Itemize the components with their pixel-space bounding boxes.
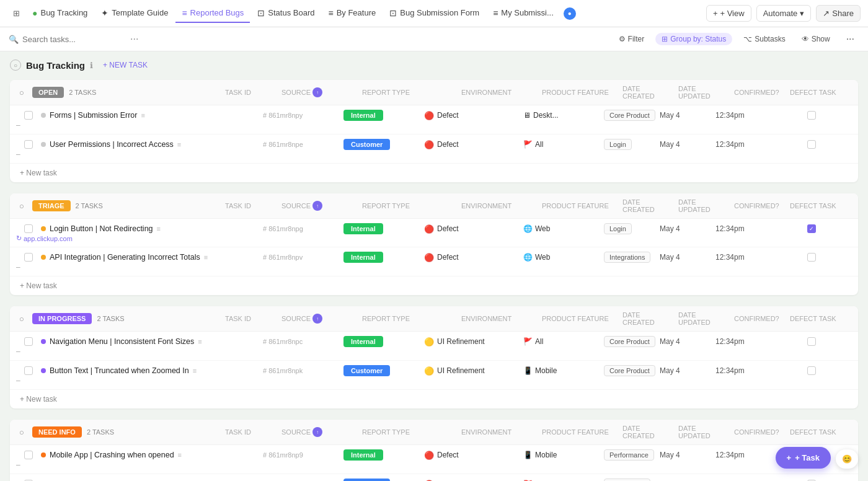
task-name-t4[interactable]: API Integration | Generating Incorrect T…: [41, 253, 263, 262]
confirmed-checkbox-t5[interactable]: [807, 337, 816, 346]
defect-icon-t4: 🔴: [424, 253, 434, 262]
tab-by-feature[interactable]: ≡ By Feature: [322, 4, 382, 23]
new-task-button[interactable]: + NEW TASK: [98, 59, 153, 71]
task-menu-icon-t4[interactable]: ≡: [204, 254, 208, 261]
tab-status-board[interactable]: ⊡ Status Board: [251, 4, 321, 23]
task-checkbox-t6[interactable]: [16, 366, 41, 375]
task-checkbox-t4[interactable]: [16, 253, 41, 262]
status-badge-triage: TRIAGE: [32, 200, 71, 211]
collapse-page-button[interactable]: ○: [10, 60, 21, 71]
tab-reported-bugs[interactable]: ≡ Reported Bugs: [175, 4, 250, 23]
task-checkbox-t3[interactable]: [16, 224, 41, 233]
confirmed-t1[interactable]: [771, 111, 852, 120]
group-open: ○ OPEN 2 TASKS TASK ID SOURCE ↑ REPORT T…: [10, 80, 858, 182]
more-options-button[interactable]: ···: [841, 31, 859, 47]
confirmed-checkbox-t3[interactable]: ✓: [807, 224, 816, 233]
task-name-t1[interactable]: Forms | Submission Error ≡: [41, 111, 263, 120]
tab-template-guide[interactable]: ✦ Template Guide: [95, 4, 174, 23]
source-t7[interactable]: Internal: [343, 451, 424, 459]
task-checkbox-t1[interactable]: [16, 111, 41, 120]
source-t4[interactable]: Internal: [343, 253, 424, 262]
new-task-inprogress[interactable]: + New task: [10, 390, 858, 408]
source-sort-icon: ↑: [312, 87, 322, 97]
report-type-t2: 🔴 Defect: [424, 140, 523, 149]
new-task-triage[interactable]: + New task: [10, 276, 858, 295]
task-name-t2[interactable]: User Permissions | Incorrect Access ≡: [41, 140, 263, 149]
task-menu-icon-t7[interactable]: ≡: [178, 451, 182, 459]
task-menu-icon-t5[interactable]: ≡: [198, 338, 202, 345]
task-checkbox-t5[interactable]: [16, 337, 41, 346]
confirmed-checkbox-t2[interactable]: [807, 140, 816, 149]
ip-col-created: DATE CREATED: [622, 311, 672, 326]
subtasks-button[interactable]: ⌥ Subtasks: [738, 32, 790, 46]
group-triage-collapse[interactable]: ○: [16, 200, 27, 211]
report-type-t3: 🔴 Defect: [424, 224, 523, 234]
task-menu-icon-t1[interactable]: ≡: [141, 112, 144, 119]
tab-bug-tracking[interactable]: ● Bug Tracking: [26, 4, 94, 23]
show-button[interactable]: 👁 Show: [797, 32, 835, 46]
defect-icon-t3: 🔴: [424, 224, 434, 234]
task-checkbox-t7[interactable]: [16, 451, 41, 459]
task-menu-icon-t3[interactable]: ≡: [157, 225, 161, 232]
tab-bug-submission[interactable]: ⊡ Bug Submission Form: [383, 4, 485, 23]
task-menu-icon-t6[interactable]: ≡: [193, 367, 197, 374]
group-by-button[interactable]: ⊞ Group by: Status: [655, 33, 732, 45]
defect-link-t3[interactable]: ↻ app.clickup.com: [16, 234, 41, 242]
env-t1: Deskt...: [523, 111, 604, 120]
view-button[interactable]: + + View: [706, 5, 751, 22]
env-icon-t2: 🚩: [523, 140, 533, 149]
confirmed-t6[interactable]: [771, 366, 852, 375]
group-icon: ⊞: [662, 35, 668, 43]
env-t4: 🌐 Web: [523, 253, 604, 262]
date-updated-t4: 12:34pm: [715, 253, 771, 262]
confirmed-t4[interactable]: [771, 253, 852, 262]
task-checkbox-t2[interactable]: [16, 140, 41, 149]
task-name-t7[interactable]: Mobile App | Crashing when opened ≡: [41, 451, 263, 459]
group-open-collapse[interactable]: ○: [16, 87, 27, 98]
confirmed-checkbox-t6[interactable]: [807, 366, 816, 375]
tab-my-submission[interactable]: ≡ My Submissi...: [487, 4, 560, 23]
task-name-t5[interactable]: Navigation Menu | Inconsistent Font Size…: [41, 337, 263, 346]
add-task-fab[interactable]: + + Task: [776, 447, 831, 469]
filter-button[interactable]: ⚙ Filter: [614, 32, 650, 46]
page-title: Bug Tracking: [26, 60, 85, 71]
sidebar-toggle[interactable]: ⊞: [7, 5, 25, 22]
toolbar: 🔍 ··· ⚙ Filter ⊞ Group by: Status ⌥ Subt…: [0, 27, 868, 51]
triage-col-taskid: TASK ID: [201, 202, 275, 210]
refresh-icon-t3: ↻: [16, 234, 22, 242]
group-inprogress-collapse[interactable]: ○: [16, 313, 27, 324]
task-row: Mobile App | Crashing when opened ≡ # 86…: [10, 445, 858, 474]
bug-tracking-icon: ●: [32, 8, 37, 18]
new-task-open[interactable]: + New task: [10, 164, 858, 182]
group-needinfo-count: 2 TASKS: [87, 428, 114, 436]
report-type-t5: 🟡 UI Refinement: [424, 337, 523, 346]
task-row: Login Button | Not Redirecting ≡ # 861mr…: [10, 219, 858, 247]
report-type-t7: 🔴 Defect: [424, 451, 523, 460]
feature-t5: Core Product: [604, 336, 660, 347]
confirmed-t5[interactable]: [771, 337, 852, 346]
plus-icon: +: [713, 9, 718, 18]
source-t5[interactable]: Internal: [343, 337, 424, 346]
group-needinfo-collapse[interactable]: ○: [16, 426, 27, 438]
confirmed-t3[interactable]: ✓: [771, 224, 852, 233]
task-name-t3[interactable]: Login Button | Not Redirecting ≡: [41, 224, 263, 233]
date-created-t6: May 4: [660, 366, 715, 375]
search-more-button[interactable]: ···: [130, 33, 138, 45]
search-input[interactable]: [22, 35, 126, 44]
share-button[interactable]: ↗ Share: [816, 5, 861, 22]
task-name-t6[interactable]: Button Text | Truncated when Zoomed In ≡: [41, 366, 263, 375]
emoji-bar[interactable]: 😊: [836, 449, 858, 469]
source-t1[interactable]: Internal: [343, 111, 424, 120]
info-icon[interactable]: ℹ: [90, 61, 93, 70]
confirmed-checkbox-t1[interactable]: [807, 111, 816, 120]
confirmed-checkbox-t4[interactable]: [807, 253, 816, 262]
emoji-1[interactable]: 😊: [842, 454, 852, 464]
automate-button[interactable]: Automate ▾: [756, 5, 812, 22]
task-status-icon-t6: [41, 368, 46, 373]
source-t2[interactable]: Customer: [343, 140, 424, 149]
source-t6[interactable]: Customer: [343, 366, 424, 375]
task-menu-icon-t2[interactable]: ≡: [177, 141, 181, 148]
source-t3[interactable]: Internal: [343, 224, 424, 233]
confirmed-t2[interactable]: [771, 140, 852, 149]
group-inprogress-count: 2 TASKS: [97, 315, 124, 322]
